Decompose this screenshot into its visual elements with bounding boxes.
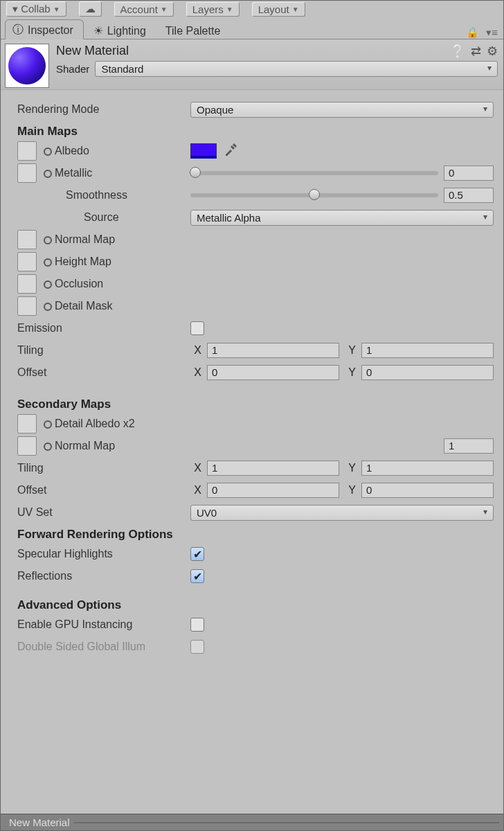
- info-icon: ⓘ: [12, 23, 24, 37]
- cloud-button[interactable]: ☁: [79, 1, 102, 17]
- source-dropdown[interactable]: Metallic Alpha: [190, 210, 494, 226]
- tab-lighting-label: Lighting: [107, 25, 146, 37]
- lock-icon[interactable]: 🔒: [466, 26, 479, 39]
- uvset-value: UV0: [197, 507, 217, 519]
- tab-row: ⓘ Inspector ☀ Lighting Tile Palette 🔒 ▾≡: [1, 20, 503, 39]
- specular-checkbox[interactable]: ✔: [190, 547, 204, 561]
- shader-dropdown[interactable]: Standard: [95, 61, 498, 77]
- gear-icon[interactable]: ⚙: [487, 44, 498, 59]
- material-name[interactable]: New Material: [56, 44, 498, 58]
- albedo-label: Albedo: [55, 145, 89, 157]
- metallic-label: Metallic: [55, 167, 92, 179]
- occlusion-texture-slot[interactable]: [17, 274, 37, 294]
- x-label: X: [190, 484, 201, 497]
- offset-x-field[interactable]: 0: [207, 365, 339, 380]
- sec-normalmap-value-field[interactable]: 1: [444, 438, 494, 454]
- y-label: Y: [345, 366, 356, 379]
- metallic-slider[interactable]: [190, 171, 438, 175]
- sec-normalmap-texture-slot[interactable]: [17, 436, 37, 456]
- chevron-down-icon: ▼: [226, 6, 233, 13]
- preset-icon[interactable]: ⇄: [471, 44, 481, 59]
- tab-inspector-label: Inspector: [28, 24, 73, 37]
- material-header: New Material Shader Standard ❔ ⇄ ⚙: [1, 39, 503, 90]
- help-icon[interactable]: ❔: [450, 44, 465, 59]
- x-label: X: [190, 462, 201, 474]
- emission-checkbox[interactable]: [190, 321, 204, 335]
- dsgi-checkbox[interactable]: [190, 640, 204, 654]
- top-toolbar: ▾ Collab ▼ ☁ Account ▼ Layers ▼ Layout ▼: [1, 1, 503, 17]
- smoothness-slider[interactable]: [190, 193, 438, 197]
- lighting-icon: ☀: [93, 24, 103, 37]
- uvset-dropdown[interactable]: UV0: [190, 505, 494, 521]
- tab-tilepalette-label: Tile Palette: [165, 25, 220, 37]
- material-preview[interactable]: [5, 44, 49, 88]
- heightmap-label: Height Map: [55, 256, 111, 268]
- collab-label: ▾ Collab: [12, 3, 51, 15]
- smoothness-value-field[interactable]: 0.5: [444, 188, 494, 203]
- target-icon[interactable]: [44, 236, 52, 244]
- account-dropdown[interactable]: Account ▼: [114, 2, 174, 17]
- offset-y-field[interactable]: 0: [361, 365, 494, 380]
- preview-footer[interactable]: New Material: [1, 814, 503, 830]
- sec-offset-x-field[interactable]: 0: [207, 483, 339, 498]
- target-icon[interactable]: [44, 148, 52, 156]
- rendering-mode-dropdown[interactable]: Opaque: [190, 102, 494, 118]
- tab-tilepalette[interactable]: Tile Palette: [159, 22, 230, 39]
- chevron-down-icon: ▼: [53, 6, 60, 13]
- detailmask-texture-slot[interactable]: [17, 296, 37, 316]
- heightmap-texture-slot[interactable]: [17, 252, 37, 271]
- shader-value: Standard: [101, 63, 143, 75]
- emission-label: Emission: [17, 322, 190, 334]
- layers-dropdown[interactable]: Layers ▼: [186, 2, 240, 17]
- metallic-value-field[interactable]: 0: [444, 166, 494, 181]
- sec-offset-y-field[interactable]: 0: [361, 483, 494, 498]
- tab-inspector[interactable]: ⓘ Inspector: [5, 19, 84, 39]
- albedo-color-field[interactable]: [190, 143, 217, 159]
- target-icon[interactable]: [44, 420, 52, 429]
- collab-dropdown[interactable]: ▾ Collab ▼: [6, 1, 66, 17]
- offset-label: Offset: [17, 366, 190, 379]
- tiling-x-field[interactable]: 1: [207, 343, 339, 358]
- smoothness-label: Smoothness: [17, 189, 190, 202]
- detailmask-label: Detail Mask: [55, 300, 113, 312]
- target-icon[interactable]: [44, 303, 52, 311]
- sec-normalmap-label: Normal Map: [55, 440, 115, 452]
- y-label: Y: [345, 344, 356, 357]
- sec-tiling-x-field[interactable]: 1: [207, 461, 339, 476]
- target-icon[interactable]: [44, 443, 52, 451]
- target-icon[interactable]: [44, 258, 52, 267]
- target-icon[interactable]: [44, 170, 52, 178]
- tiling-y-field[interactable]: 1: [361, 343, 494, 358]
- detailalbedo-label: Detail Albedo x2: [55, 418, 135, 430]
- eyedropper-icon[interactable]: [224, 143, 237, 159]
- cloud-icon: ☁: [85, 3, 96, 15]
- x-label: X: [190, 344, 201, 357]
- tiling-label: Tiling: [17, 344, 190, 357]
- main-maps-title: Main Maps: [17, 125, 494, 138]
- target-icon[interactable]: [44, 280, 52, 289]
- rendering-mode-value: Opaque: [197, 104, 233, 116]
- source-label: Source: [17, 211, 190, 224]
- tab-menu-icon[interactable]: ▾≡: [486, 26, 498, 39]
- gpu-instancing-checkbox[interactable]: [190, 618, 204, 632]
- y-label: Y: [345, 462, 356, 474]
- secondary-maps-title: Secondary Maps: [17, 397, 494, 411]
- reflections-checkbox[interactable]: ✔: [190, 569, 204, 583]
- chevron-down-icon: ▼: [292, 6, 299, 13]
- normalmap-texture-slot[interactable]: [17, 230, 37, 249]
- tab-lighting[interactable]: ☀ Lighting: [87, 21, 156, 39]
- dsgi-label: Double Sided Global Illum: [17, 641, 190, 653]
- albedo-texture-slot[interactable]: [17, 141, 37, 161]
- footer-divider: [74, 822, 499, 823]
- normalmap-label: Normal Map: [55, 233, 115, 246]
- detailalbedo-texture-slot[interactable]: [17, 414, 37, 434]
- metallic-texture-slot[interactable]: [17, 163, 37, 183]
- material-sphere-icon: [8, 47, 46, 84]
- y-label: Y: [345, 484, 356, 497]
- layout-dropdown[interactable]: Layout ▼: [252, 2, 305, 17]
- reflections-label: Reflections: [17, 570, 190, 582]
- footer-label: New Material: [9, 816, 70, 828]
- shader-label: Shader: [56, 63, 89, 75]
- sec-tiling-y-field[interactable]: 1: [361, 461, 494, 476]
- x-label: X: [190, 366, 201, 379]
